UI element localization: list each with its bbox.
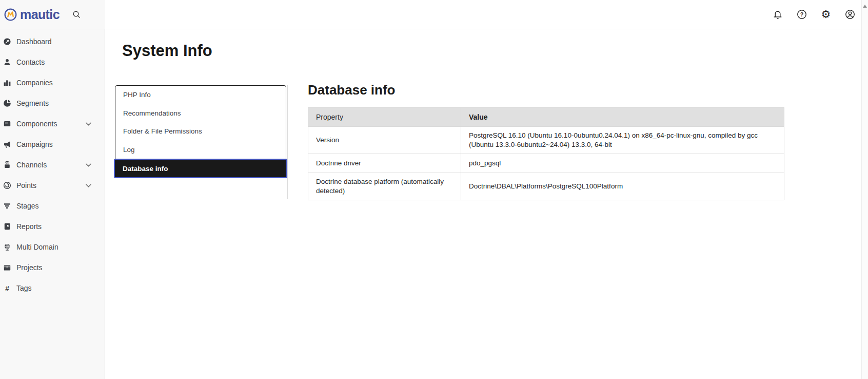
- sidebar-item-components[interactable]: Components: [0, 113, 105, 134]
- sidebar-item-segments[interactable]: Segments: [0, 93, 105, 113]
- system-info-tab-list: PHP InfoRecommendationsFolder & File Per…: [115, 85, 286, 177]
- sidebar-item-tags[interactable]: #Tags: [0, 278, 105, 298]
- value-cell: Doctrine\DBAL\Platforms\PostgreSQL100Pla…: [461, 173, 784, 200]
- sidebar-item-companies[interactable]: Companies: [0, 72, 105, 93]
- sidebar-item-reports[interactable]: Reports: [0, 216, 105, 237]
- value-cell: pdo_pgsql: [461, 154, 784, 173]
- sidebar-item-label: Points: [16, 181, 86, 190]
- sidebar-item-label: Dashboard: [16, 37, 94, 46]
- topbar-actions: ?⚙: [771, 0, 857, 29]
- sidebar-item-label: Projects: [16, 263, 94, 272]
- value-cell: PostgreSQL 16.10 (Ubuntu 16.10-0ubuntu0.…: [461, 127, 784, 154]
- sidebar-item-label: Multi Domain: [16, 243, 94, 251]
- tab-label: Database info: [123, 165, 168, 173]
- sidebar-item-campaigns[interactable]: Campaigns: [0, 134, 105, 155]
- multi-domain-icon: [3, 243, 11, 251]
- column-header-value: Value: [461, 108, 784, 127]
- sidebar-item-projects[interactable]: Projects: [0, 257, 105, 278]
- points-icon: [3, 181, 11, 190]
- campaigns-icon: [3, 140, 11, 148]
- chevron-down-icon: [86, 163, 91, 167]
- sidebar-item-label: Companies: [16, 79, 94, 87]
- bell-icon: [772, 9, 783, 20]
- column-header-property: Property: [308, 108, 461, 127]
- table-row: Doctrine driverpdo_pgsql: [308, 154, 784, 173]
- svg-text:?: ?: [800, 11, 803, 17]
- search-icon: [72, 10, 82, 20]
- sidebar-item-label: Segments: [16, 99, 94, 107]
- search-button[interactable]: [72, 10, 82, 20]
- tab-label: Folder & File Permissions: [123, 127, 202, 135]
- tab-php-info[interactable]: PHP Info: [115, 86, 286, 104]
- brand-wordmark: mautic: [20, 7, 60, 22]
- sidebar-item-label: Channels: [16, 161, 86, 169]
- tab-label: Log: [123, 146, 135, 154]
- sidebar-item-label: Components: [16, 120, 86, 128]
- tab-recommendations[interactable]: Recommendations: [115, 104, 286, 123]
- chevron-down-icon: [86, 122, 91, 126]
- table-row: VersionPostgreSQL 16.10 (Ubuntu 16.10-0u…: [308, 127, 784, 154]
- help-icon: ?: [796, 9, 807, 20]
- companies-icon: [3, 79, 11, 87]
- sidebar-item-label: Contacts: [16, 58, 94, 66]
- reports-icon: [3, 222, 11, 231]
- topbar: mautic ?⚙: [0, 0, 868, 29]
- column-divider: [287, 85, 288, 199]
- mautic-logo-icon: [4, 8, 17, 21]
- sidebar-item-label: Stages: [16, 202, 94, 210]
- sidebar-item-dashboard[interactable]: Dashboard: [0, 31, 105, 52]
- database-info-panel: Database info PropertyValueVersionPostgr…: [308, 82, 785, 200]
- sidebar-item-contacts[interactable]: Contacts: [0, 52, 105, 72]
- sidebar-item-label: Reports: [16, 222, 94, 231]
- account-button[interactable]: [843, 8, 857, 21]
- property-cell: Version: [308, 127, 461, 154]
- table-row: Doctrine database platform (automaticall…: [308, 173, 784, 200]
- sidebar-item-points[interactable]: Points: [0, 175, 105, 196]
- gear-icon: ⚙: [821, 9, 831, 20]
- sidebar-item-label: Campaigns: [16, 140, 94, 148]
- contacts-icon: [3, 58, 11, 66]
- projects-icon: [3, 263, 11, 272]
- scroll-up-arrow-icon[interactable]: [863, 5, 867, 8]
- notifications-button[interactable]: [771, 8, 784, 21]
- settings-button[interactable]: ⚙: [819, 8, 833, 21]
- database-info-table: PropertyValueVersionPostgreSQL 16.10 (Ub…: [308, 107, 784, 200]
- page-title: System Info: [122, 42, 212, 60]
- table-header-row: PropertyValue: [308, 108, 784, 127]
- tags-icon: #: [3, 284, 11, 292]
- account-icon: [844, 9, 856, 20]
- tab-label: PHP Info: [123, 91, 151, 99]
- panel-title: Database info: [308, 82, 785, 98]
- main-content: System Info PHP InfoRecommendationsFolde…: [106, 29, 861, 379]
- sidebar-item-stages[interactable]: Stages: [0, 196, 105, 216]
- mautic-logo[interactable]: mautic: [0, 7, 60, 22]
- components-icon: [3, 120, 11, 128]
- tab-label: Recommendations: [123, 109, 181, 117]
- sidebar: DashboardContactsCompaniesSegmentsCompon…: [0, 29, 105, 379]
- topbar-brand-area: mautic: [0, 0, 105, 29]
- property-cell: Doctrine driver: [308, 154, 461, 173]
- tab-database-info[interactable]: Database info: [114, 159, 287, 178]
- tab-folder-file-permissions[interactable]: Folder & File Permissions: [115, 122, 286, 141]
- segments-icon: [3, 99, 11, 107]
- channels-icon: [3, 161, 11, 169]
- property-cell: Doctrine database platform (automaticall…: [308, 173, 461, 200]
- page-scrollbar[interactable]: [861, 0, 868, 379]
- help-button[interactable]: ?: [795, 8, 808, 21]
- tab-log[interactable]: Log: [115, 141, 286, 159]
- svg-text:#: #: [5, 285, 9, 292]
- sidebar-item-multi-domain[interactable]: Multi Domain: [0, 237, 105, 257]
- dashboard-icon: [3, 37, 11, 46]
- chevron-down-icon: [86, 184, 91, 187]
- sidebar-item-channels[interactable]: Channels: [0, 155, 105, 175]
- stages-icon: [3, 202, 11, 210]
- sidebar-item-label: Tags: [16, 284, 94, 292]
